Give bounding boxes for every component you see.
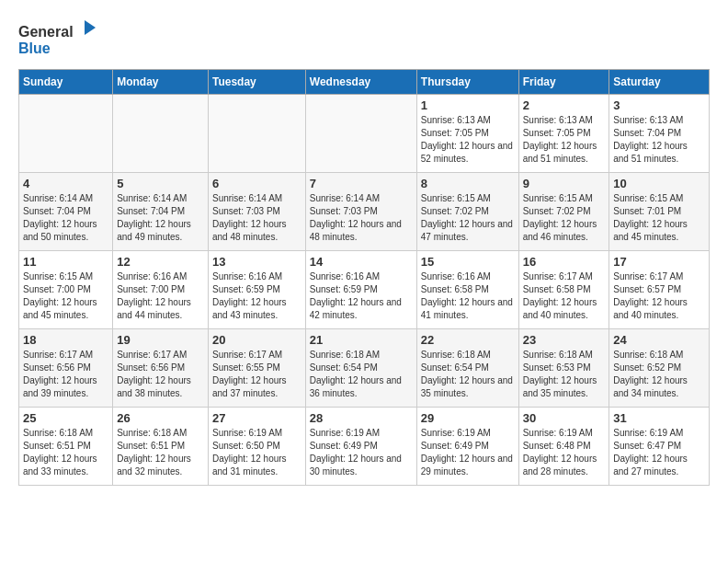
day-number: 10 xyxy=(613,177,705,190)
calendar-cell: 12Sunrise: 6:16 AM Sunset: 7:00 PM Dayli… xyxy=(113,251,209,329)
calendar-week-row: 25Sunrise: 6:18 AM Sunset: 6:51 PM Dayli… xyxy=(19,408,710,486)
calendar-cell: 5Sunrise: 6:14 AM Sunset: 7:04 PM Daylig… xyxy=(113,173,209,251)
day-number: 24 xyxy=(613,333,705,347)
calendar-cell: 19Sunrise: 6:17 AM Sunset: 6:56 PM Dayli… xyxy=(113,329,209,408)
svg-marker-2 xyxy=(85,20,96,35)
calendar-cell: 24Sunrise: 6:18 AM Sunset: 6:52 PM Dayli… xyxy=(609,329,710,408)
calendar-cell: 11Sunrise: 6:15 AM Sunset: 7:00 PM Dayli… xyxy=(19,251,113,329)
day-number: 29 xyxy=(421,411,515,425)
calendar-header-monday: Monday xyxy=(113,70,209,95)
day-number: 30 xyxy=(523,411,606,425)
calendar-cell: 18Sunrise: 6:17 AM Sunset: 6:56 PM Dayli… xyxy=(19,329,113,408)
day-info: Sunrise: 6:14 AM Sunset: 7:04 PM Dayligh… xyxy=(23,192,108,244)
day-info: Sunrise: 6:14 AM Sunset: 7:03 PM Dayligh… xyxy=(212,192,301,244)
day-info: Sunrise: 6:17 AM Sunset: 6:56 PM Dayligh… xyxy=(117,349,204,400)
day-info: Sunrise: 6:17 AM Sunset: 6:57 PM Dayligh… xyxy=(613,270,705,322)
calendar-cell: 28Sunrise: 6:19 AM Sunset: 6:49 PM Dayli… xyxy=(305,408,416,486)
calendar-cell: 20Sunrise: 6:17 AM Sunset: 6:55 PM Dayli… xyxy=(209,329,306,408)
day-number: 1 xyxy=(421,98,515,112)
calendar-week-row: 4Sunrise: 6:14 AM Sunset: 7:04 PM Daylig… xyxy=(19,173,710,251)
calendar-cell xyxy=(19,95,113,173)
day-number: 13 xyxy=(212,255,301,269)
svg-text:General: General xyxy=(18,24,74,40)
day-info: Sunrise: 6:16 AM Sunset: 6:58 PM Dayligh… xyxy=(421,270,515,322)
calendar-cell: 31Sunrise: 6:19 AM Sunset: 6:47 PM Dayli… xyxy=(609,408,710,486)
day-info: Sunrise: 6:18 AM Sunset: 6:53 PM Dayligh… xyxy=(523,349,606,400)
calendar-header-wednesday: Wednesday xyxy=(305,70,416,95)
calendar-table: SundayMondayTuesdayWednesdayThursdayFrid… xyxy=(18,69,710,486)
day-info: Sunrise: 6:18 AM Sunset: 6:54 PM Dayligh… xyxy=(421,349,515,400)
calendar-header-sunday: Sunday xyxy=(19,70,113,95)
logo: General Blue xyxy=(18,18,101,60)
day-info: Sunrise: 6:13 AM Sunset: 7:05 PM Dayligh… xyxy=(523,114,606,166)
calendar-cell xyxy=(209,95,306,173)
day-number: 14 xyxy=(310,255,413,269)
day-info: Sunrise: 6:19 AM Sunset: 6:50 PM Dayligh… xyxy=(212,427,301,478)
calendar-cell: 15Sunrise: 6:16 AM Sunset: 6:58 PM Dayli… xyxy=(416,251,518,329)
day-info: Sunrise: 6:15 AM Sunset: 7:02 PM Dayligh… xyxy=(421,192,515,244)
calendar-cell: 16Sunrise: 6:17 AM Sunset: 6:58 PM Dayli… xyxy=(518,251,609,329)
day-info: Sunrise: 6:15 AM Sunset: 7:01 PM Dayligh… xyxy=(613,192,705,244)
day-info: Sunrise: 6:18 AM Sunset: 6:51 PM Dayligh… xyxy=(117,427,204,478)
calendar-cell: 26Sunrise: 6:18 AM Sunset: 6:51 PM Dayli… xyxy=(113,408,209,486)
calendar-cell: 14Sunrise: 6:16 AM Sunset: 6:59 PM Dayli… xyxy=(305,251,416,329)
day-info: Sunrise: 6:16 AM Sunset: 6:59 PM Dayligh… xyxy=(310,270,413,322)
calendar-cell: 30Sunrise: 6:19 AM Sunset: 6:48 PM Dayli… xyxy=(518,408,609,486)
day-info: Sunrise: 6:17 AM Sunset: 6:55 PM Dayligh… xyxy=(212,349,301,400)
calendar-cell xyxy=(305,95,416,173)
day-number: 28 xyxy=(310,411,413,425)
calendar-week-row: 11Sunrise: 6:15 AM Sunset: 7:00 PM Dayli… xyxy=(19,251,710,329)
calendar-cell: 6Sunrise: 6:14 AM Sunset: 7:03 PM Daylig… xyxy=(209,173,306,251)
calendar-cell: 13Sunrise: 6:16 AM Sunset: 6:59 PM Dayli… xyxy=(209,251,306,329)
header: General Blue xyxy=(18,18,710,60)
day-number: 3 xyxy=(613,98,705,112)
calendar-week-row: 1Sunrise: 6:13 AM Sunset: 7:05 PM Daylig… xyxy=(19,95,710,173)
day-info: Sunrise: 6:19 AM Sunset: 6:49 PM Dayligh… xyxy=(310,427,413,478)
day-number: 27 xyxy=(212,411,301,425)
calendar-cell: 9Sunrise: 6:15 AM Sunset: 7:02 PM Daylig… xyxy=(518,173,609,251)
day-number: 2 xyxy=(523,98,606,112)
day-number: 31 xyxy=(613,411,705,425)
day-info: Sunrise: 6:13 AM Sunset: 7:05 PM Dayligh… xyxy=(421,114,515,166)
calendar-header-saturday: Saturday xyxy=(609,70,710,95)
calendar-cell: 25Sunrise: 6:18 AM Sunset: 6:51 PM Dayli… xyxy=(19,408,113,486)
day-info: Sunrise: 6:18 AM Sunset: 6:52 PM Dayligh… xyxy=(613,349,705,400)
calendar-cell xyxy=(113,95,209,173)
day-info: Sunrise: 6:19 AM Sunset: 6:48 PM Dayligh… xyxy=(523,427,606,478)
calendar-header-row: SundayMondayTuesdayWednesdayThursdayFrid… xyxy=(19,70,710,95)
logo-svg: General Blue xyxy=(18,18,101,60)
calendar-cell: 27Sunrise: 6:19 AM Sunset: 6:50 PM Dayli… xyxy=(209,408,306,486)
day-number: 11 xyxy=(23,255,108,269)
calendar-cell: 3Sunrise: 6:13 AM Sunset: 7:04 PM Daylig… xyxy=(609,95,710,173)
day-info: Sunrise: 6:16 AM Sunset: 7:00 PM Dayligh… xyxy=(117,270,204,322)
day-number: 20 xyxy=(212,333,301,347)
day-number: 7 xyxy=(310,177,413,190)
day-number: 19 xyxy=(117,333,204,347)
day-number: 16 xyxy=(523,255,606,269)
day-info: Sunrise: 6:19 AM Sunset: 6:49 PM Dayligh… xyxy=(421,427,515,478)
day-number: 12 xyxy=(117,255,204,269)
calendar-cell: 17Sunrise: 6:17 AM Sunset: 6:57 PM Dayli… xyxy=(609,251,710,329)
calendar-cell: 1Sunrise: 6:13 AM Sunset: 7:05 PM Daylig… xyxy=(416,95,518,173)
day-info: Sunrise: 6:17 AM Sunset: 6:58 PM Dayligh… xyxy=(523,270,606,322)
calendar-cell: 10Sunrise: 6:15 AM Sunset: 7:01 PM Dayli… xyxy=(609,173,710,251)
calendar-cell: 29Sunrise: 6:19 AM Sunset: 6:49 PM Dayli… xyxy=(416,408,518,486)
calendar-header-friday: Friday xyxy=(518,70,609,95)
svg-text:Blue: Blue xyxy=(18,40,51,56)
day-info: Sunrise: 6:14 AM Sunset: 7:04 PM Dayligh… xyxy=(117,192,204,244)
day-number: 22 xyxy=(421,333,515,347)
calendar-cell: 7Sunrise: 6:14 AM Sunset: 7:03 PM Daylig… xyxy=(305,173,416,251)
day-info: Sunrise: 6:15 AM Sunset: 7:02 PM Dayligh… xyxy=(523,192,606,244)
day-number: 17 xyxy=(613,255,705,269)
day-number: 8 xyxy=(421,177,515,190)
day-number: 21 xyxy=(310,333,413,347)
calendar-header-thursday: Thursday xyxy=(416,70,518,95)
day-number: 23 xyxy=(523,333,606,347)
day-info: Sunrise: 6:17 AM Sunset: 6:56 PM Dayligh… xyxy=(23,349,108,400)
day-number: 5 xyxy=(117,177,204,190)
calendar-cell: 4Sunrise: 6:14 AM Sunset: 7:04 PM Daylig… xyxy=(19,173,113,251)
day-number: 4 xyxy=(23,177,108,190)
day-info: Sunrise: 6:14 AM Sunset: 7:03 PM Dayligh… xyxy=(310,192,413,244)
calendar-cell: 8Sunrise: 6:15 AM Sunset: 7:02 PM Daylig… xyxy=(416,173,518,251)
calendar-cell: 22Sunrise: 6:18 AM Sunset: 6:54 PM Dayli… xyxy=(416,329,518,408)
